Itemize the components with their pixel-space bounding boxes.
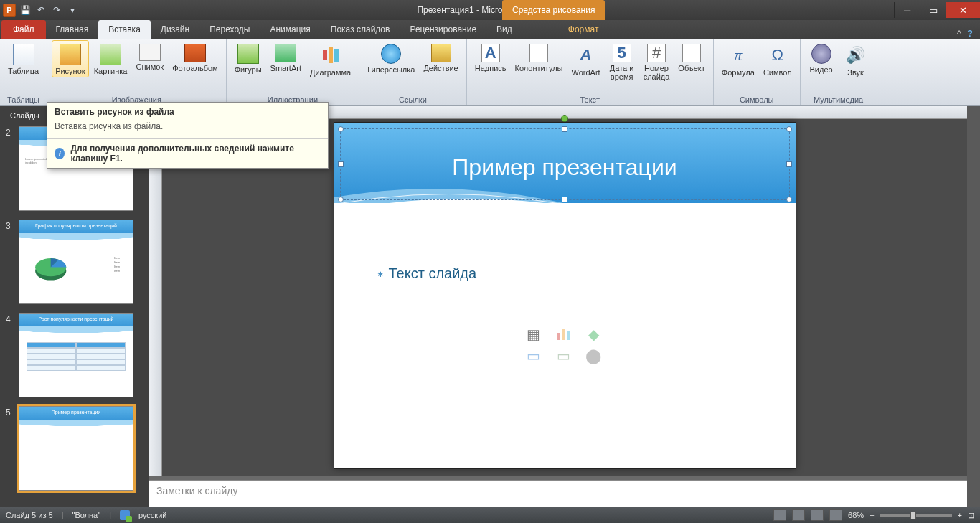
tab-slideshow[interactable]: Показ слайдов (321, 20, 400, 39)
window-controls: ─ ▭ ✕ (894, 2, 980, 18)
powerpoint-icon: P (3, 4, 16, 17)
group-label: Таблицы (4, 95, 42, 105)
view-reading-button[interactable] (811, 509, 824, 521)
group-media: Видео 🔊Звук Мультимедиа (801, 39, 877, 105)
quick-access-toolbar: P 💾 ↶ ↷ ▾ (0, 4, 79, 17)
tab-view[interactable]: Вид (486, 20, 522, 39)
language-icon[interactable] (120, 510, 130, 520)
tab-animation[interactable]: Анимация (260, 20, 320, 39)
thumb-5[interactable]: 5 Пример презентации (6, 406, 143, 491)
group-tables: Таблица Таблицы (0, 39, 47, 105)
qat-customize-icon[interactable]: ▾ (66, 4, 79, 17)
datetime-button[interactable]: 5Дата и время (606, 40, 639, 83)
picture-button[interactable]: Рисунок (52, 40, 89, 77)
group-links: Гиперссылка Действие Ссылки (359, 39, 467, 105)
group-label: Текст (471, 95, 709, 105)
thumbnails: 2 Для чего нужны презентации Lorem ipsum… (0, 122, 149, 507)
textbox-button[interactable]: AНадпись (471, 40, 510, 75)
content-insert-icons: ▦ ◆ ▭ ▭ ⬤ (523, 326, 606, 364)
photoalbum-button[interactable]: Фотоальбом (169, 40, 222, 75)
info-icon: i (55, 148, 65, 159)
view-slideshow-button[interactable] (829, 509, 842, 521)
content-placeholder-text[interactable]: Текст слайда (389, 265, 477, 281)
audio-button[interactable]: 🔊Звук (839, 40, 872, 79)
tab-review[interactable]: Рецензирование (400, 20, 486, 39)
title-bar: P 💾 ↶ ↷ ▾ Презентация1 - Microsoft Power… (0, 0, 980, 20)
tab-home[interactable]: Главная (46, 20, 99, 39)
slide-title[interactable]: Пример презентации (452, 154, 677, 181)
shapes-button[interactable]: Фигуры (231, 40, 265, 76)
slide-canvas[interactable]: Пример презентации ✱Текст слайда ▦ ◆ ▭ ▭… (334, 122, 796, 469)
slidenumber-button[interactable]: #Номер слайда (640, 40, 674, 83)
zoom-out-button[interactable]: − (870, 511, 874, 519)
tab-insert[interactable]: Вставка (98, 20, 151, 39)
symbol-button[interactable]: ΩСимвол (760, 40, 796, 79)
chart-button[interactable]: Диаграмма (306, 40, 354, 79)
tab-format[interactable]: Формат (558, 20, 609, 39)
zoom-slider[interactable] (880, 514, 952, 517)
group-images: Рисунок Картинка Снимок Фотоальбом Изобр… (47, 39, 227, 105)
group-label: Символы (718, 95, 796, 105)
status-language[interactable]: русский (138, 511, 166, 519)
maximize-button[interactable]: ▭ (920, 2, 946, 18)
hyperlink-button[interactable]: Гиперссылка (364, 40, 418, 76)
group-illustrations: Фигуры SmartArt Диаграмма Иллюстрации (227, 39, 360, 105)
tooltip-title: Вставить рисунок из файла (47, 103, 328, 120)
slide-title-box[interactable]: Пример презентации (343, 136, 787, 199)
redo-icon[interactable]: ↷ (50, 4, 63, 17)
document-title: Презентация1 - Microsoft PowerPoint (0, 5, 980, 15)
rotate-handle-icon[interactable] (561, 115, 568, 122)
view-normal-button[interactable] (773, 509, 786, 521)
insert-media-icon[interactable]: ⬤ (583, 347, 603, 364)
zoom-in-button[interactable]: + (958, 511, 962, 519)
object-button[interactable]: Объект (674, 40, 708, 75)
group-text: AНадпись Колонтитулы AWordArt 5Дата и вр… (467, 39, 714, 105)
ruler-vertical (149, 119, 162, 476)
status-bar: Слайд 5 из 5 | "Волна" | русский 68% − +… (0, 507, 980, 523)
tooltip: Вставить рисунок из файла Вставка рисунк… (47, 102, 329, 169)
bullet-icon: ✱ (377, 270, 383, 278)
insert-table-icon[interactable]: ▦ (523, 326, 543, 343)
zoom-level[interactable]: 68% (848, 511, 864, 519)
status-slide-count: Слайд 5 из 5 (6, 511, 53, 519)
save-icon[interactable]: 💾 (19, 4, 32, 17)
insert-smartart-icon[interactable]: ◆ (583, 326, 603, 343)
video-button[interactable]: Видео (805, 40, 838, 76)
notes-pane[interactable]: Заметки к слайду (149, 480, 967, 507)
undo-icon[interactable]: ↶ (34, 4, 47, 17)
tab-transitions[interactable]: Переходы (199, 20, 260, 39)
insert-clipart-icon[interactable]: ▭ (553, 347, 573, 364)
tooltip-footer: i Для получения дополнительных сведений … (47, 138, 328, 168)
ribbon-minimize-icon[interactable]: ^ (957, 28, 961, 39)
pie-chart-icon (32, 252, 72, 284)
view-sorter-button[interactable] (792, 509, 805, 521)
headerfooter-button[interactable]: Колонтитулы (512, 40, 567, 75)
insert-picture-icon[interactable]: ▭ (523, 347, 543, 364)
tooltip-body: Вставка рисунка из файла. (47, 120, 328, 138)
tab-file[interactable]: Файл (1, 20, 46, 39)
minimize-button[interactable]: ─ (894, 2, 920, 18)
help-icon[interactable]: ? (967, 28, 973, 39)
ribbon: Таблица Таблицы Рисунок Картинка Снимок … (0, 39, 980, 106)
slide-content-placeholder[interactable]: ✱Текст слайда ▦ ◆ ▭ ▭ ⬤ (367, 258, 763, 435)
group-symbols: πФормула ΩСимвол Символы (714, 39, 801, 105)
panel-tab-slides[interactable]: Слайды (3, 109, 47, 122)
insert-chart-icon[interactable] (553, 326, 573, 343)
ribbon-tabs: Файл Главная Вставка Дизайн Переходы Ани… (0, 20, 980, 39)
clipart-button[interactable]: Картинка (90, 40, 131, 77)
thumb-3[interactable]: 3 График популярности презентаций ItemIt… (6, 220, 143, 304)
group-label: Ссылки (364, 95, 462, 105)
table-icon (27, 342, 126, 371)
close-button[interactable]: ✕ (946, 2, 980, 18)
smartart-button[interactable]: SmartArt (267, 40, 305, 75)
thumb-4[interactable]: 4 Рост популярности презентаций (6, 313, 143, 397)
contextual-tab-title: Средства рисования (502, 0, 605, 20)
table-button[interactable]: Таблица (4, 40, 42, 77)
fit-to-window-button[interactable]: ⊡ (968, 511, 974, 520)
equation-button[interactable]: πФормула (718, 40, 758, 79)
tab-design[interactable]: Дизайн (151, 20, 199, 39)
screenshot-button[interactable]: Снимок (132, 40, 167, 73)
vertical-scrollbar[interactable] (967, 106, 980, 507)
wordart-button[interactable]: AWordArt (568, 40, 604, 79)
action-button[interactable]: Действие (420, 40, 461, 75)
